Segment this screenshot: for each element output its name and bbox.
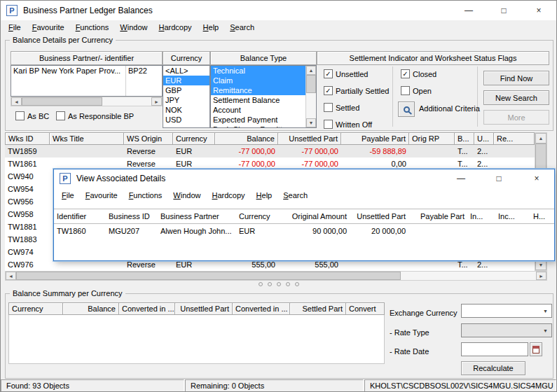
popup-menu-help[interactable]: Help bbox=[251, 190, 278, 202]
scroll-left-icon[interactable]: ◄ bbox=[6, 272, 16, 280]
popup-col-business-partner[interactable]: Business Partner bbox=[158, 209, 236, 223]
results-hscroll-track[interactable] bbox=[16, 272, 536, 280]
balance-type-option-account[interactable]: Account bbox=[211, 105, 316, 115]
popup-close-icon[interactable]: × bbox=[532, 174, 542, 183]
results-row-tw1859[interactable]: TW1859ReverseEUR-77 000,00-77 000,00-59 … bbox=[5, 145, 535, 158]
menu-hardcopy[interactable]: Hardcopy bbox=[153, 22, 197, 34]
scroll-right-icon[interactable]: ► bbox=[536, 272, 546, 280]
popup-menu-hardcopy[interactable]: Hardcopy bbox=[206, 190, 250, 202]
popup-col-business-id[interactable]: Business ID bbox=[106, 209, 158, 223]
scroll-left-icon[interactable]: ◄ bbox=[11, 97, 22, 106]
checkbox-closed[interactable]: ✓Closed bbox=[401, 69, 436, 78]
scroll-up-icon[interactable]: ▲ bbox=[535, 133, 546, 144]
results-col-wks-id[interactable]: Wks ID bbox=[5, 132, 50, 145]
balance-type-option-settlement-balance[interactable]: Settlement Balance bbox=[211, 95, 316, 105]
menu-search[interactable]: Search bbox=[224, 22, 260, 34]
balance-type-option-bank-charge-remitt[interactable]: Bank Charge Remitt... bbox=[211, 125, 316, 128]
checkbox-open[interactable]: Open bbox=[401, 86, 436, 95]
bp-horizontal-scrollbar[interactable]: ◄ ► bbox=[11, 97, 163, 106]
scroll-down-icon[interactable]: ▼ bbox=[306, 118, 316, 127]
popup-row-tw1860[interactable]: TW1860MGU207Alwen Hough John...EUR90 000… bbox=[54, 224, 554, 238]
scroll-right-icon[interactable]: ► bbox=[151, 97, 162, 106]
additional-criteria-label[interactable]: Additional Criteria bbox=[419, 104, 480, 113]
results-col-unsettled-part[interactable]: Unsettled Part bbox=[278, 132, 341, 145]
summary-col-currency[interactable]: Currency bbox=[8, 302, 63, 315]
maximize-icon[interactable]: □ bbox=[499, 6, 509, 15]
popup-rows[interactable]: TW1860MGU207Alwen Hough John...EUR90 000… bbox=[54, 224, 554, 238]
popup-menu-file[interactable]: File bbox=[56, 190, 80, 202]
balance-type-option-claim[interactable]: Claim bbox=[211, 76, 316, 85]
results-col-u[interactable]: U... bbox=[474, 132, 494, 145]
currency-option-all[interactable]: <ALL> bbox=[163, 66, 209, 76]
balance-type-scroll-thumb[interactable] bbox=[306, 75, 316, 93]
checkbox-as-responsible-bp[interactable]: As Responsible BP bbox=[56, 111, 134, 120]
balance-type-option-technical[interactable]: Technical bbox=[211, 66, 316, 76]
summary-col-unsettled-part[interactable]: Unsettled Part bbox=[175, 302, 233, 315]
menu-file[interactable]: File bbox=[3, 22, 27, 34]
summary-col-converted-in[interactable]: Converted in ... bbox=[233, 302, 290, 315]
summary-col-balance[interactable]: Balance bbox=[63, 302, 119, 315]
menu-favourite[interactable]: Favourite bbox=[27, 22, 70, 34]
summary-col-converted-in[interactable]: Converted in ... bbox=[119, 302, 175, 315]
popup-col-currency[interactable]: Currency bbox=[236, 209, 288, 223]
results-col-b[interactable]: B... bbox=[455, 132, 474, 145]
summary-table-body[interactable] bbox=[8, 315, 385, 364]
results-horizontal-scrollbar[interactable]: ◄ ► bbox=[5, 271, 547, 281]
new-search-button[interactable]: New Search bbox=[483, 90, 549, 105]
popup-menu-window[interactable]: Window bbox=[167, 190, 206, 202]
popup-minimize-icon[interactable]: — bbox=[456, 174, 466, 183]
results-hscroll-thumb[interactable] bbox=[16, 272, 401, 280]
results-col-ws-origin[interactable]: WS Origin bbox=[124, 132, 173, 145]
balance-type-scrollbar[interactable]: ▲ ▼ bbox=[305, 66, 316, 127]
checkbox-settled[interactable]: Settled bbox=[324, 103, 389, 112]
additional-criteria-button[interactable] bbox=[398, 102, 415, 117]
minimize-icon[interactable]: — bbox=[464, 6, 474, 15]
popup-col-inc[interactable]: Inc... bbox=[495, 209, 530, 223]
popup-menu-favourite[interactable]: Favourite bbox=[80, 190, 123, 202]
balance-type-option-remittance[interactable]: Remittance bbox=[211, 85, 316, 95]
exchange-currency-select[interactable]: ▼ bbox=[461, 304, 552, 318]
results-col-currency[interactable]: Currency bbox=[173, 132, 215, 145]
bp-scroll-thumb[interactable] bbox=[22, 97, 102, 106]
currency-listbox[interactable]: <ALL>EURGBPJPYNOKUSD bbox=[163, 65, 210, 128]
popup-menu-functions[interactable]: Functions bbox=[123, 190, 168, 202]
results-col-orig-rp[interactable]: Orig RP bbox=[409, 132, 455, 145]
popup-col-original-amount[interactable]: Original Amount bbox=[288, 209, 350, 223]
popup-col-identifier[interactable]: Identifier bbox=[54, 209, 106, 223]
menu-help[interactable]: Help bbox=[198, 22, 225, 34]
popup-maximize-icon[interactable]: □ bbox=[494, 174, 504, 183]
results-col-wks-title[interactable]: Wks Title bbox=[50, 132, 124, 145]
currency-option-eur[interactable]: EUR bbox=[163, 76, 209, 85]
results-col-payable-part[interactable]: Payable Part bbox=[341, 132, 409, 145]
close-icon[interactable]: × bbox=[534, 6, 544, 15]
currency-option-usd[interactable]: USD bbox=[163, 115, 209, 125]
popup-menu-search[interactable]: Search bbox=[277, 190, 313, 202]
menu-window[interactable]: Window bbox=[114, 22, 153, 34]
results-col-balance[interactable]: Balance bbox=[215, 132, 278, 145]
currency-option-nok[interactable]: NOK bbox=[163, 105, 209, 115]
menu-functions[interactable]: Functions bbox=[70, 22, 115, 34]
balance-type-listbox[interactable]: TechnicalClaimRemittanceSettlement Balan… bbox=[210, 65, 317, 128]
business-partner-list[interactable]: Kari BP New York Paper Prov... BP22 bbox=[11, 65, 163, 97]
popup-col-in[interactable]: In... bbox=[467, 209, 495, 223]
recalculate-button[interactable]: Recalculate bbox=[461, 361, 525, 375]
bp-scroll-track[interactable] bbox=[22, 97, 151, 106]
currency-option-jpy[interactable]: JPY bbox=[163, 95, 209, 105]
balance-type-option-expected-payment[interactable]: Expected Payment bbox=[211, 115, 316, 125]
checkbox-unsettled[interactable]: ✓Unsettled bbox=[324, 69, 389, 78]
scroll-down-icon[interactable]: ▼ bbox=[535, 260, 546, 270]
checkbox-as-bc[interactable]: As BC bbox=[15, 111, 49, 120]
scroll-up-icon[interactable]: ▲ bbox=[306, 66, 316, 75]
summary-col-settled-part[interactable]: Settled Part bbox=[290, 302, 346, 315]
popup-col-unsettled-part[interactable]: Unsettled Part bbox=[350, 209, 408, 223]
popup-col-h[interactable]: H... bbox=[530, 209, 554, 223]
find-now-button[interactable]: Find Now bbox=[483, 71, 549, 85]
checkbox-partially-settled[interactable]: ✓Partially Settled bbox=[324, 86, 389, 95]
currency-option-gbp[interactable]: GBP bbox=[163, 85, 209, 95]
summary-col-convert[interactable]: Convert bbox=[346, 302, 385, 315]
rate-date-input[interactable] bbox=[461, 342, 528, 356]
rate-date-picker-button[interactable] bbox=[530, 342, 542, 356]
results-col-re[interactable]: Re... bbox=[494, 132, 535, 145]
checkbox-written-off[interactable]: Written Off bbox=[324, 120, 389, 129]
bp-row[interactable]: Kari BP New York Paper Prov... BP22 bbox=[11, 66, 162, 76]
